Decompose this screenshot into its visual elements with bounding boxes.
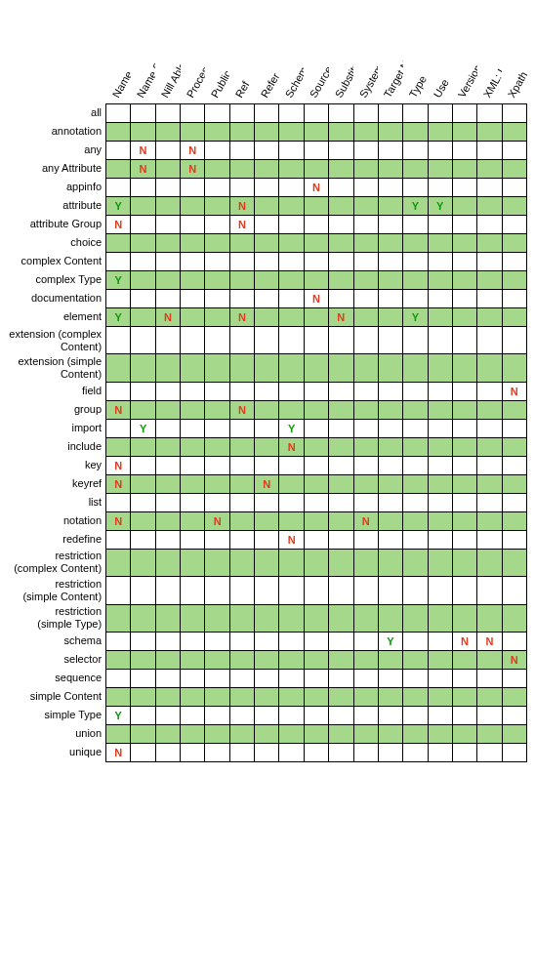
row-label: field [8, 382, 106, 400]
matrix-cell [428, 271, 452, 290]
matrix-cell [378, 437, 402, 456]
matrix-cell [502, 669, 526, 687]
matrix-cell [502, 687, 526, 706]
matrix-cell [452, 493, 476, 511]
matrix-cell [428, 327, 452, 354]
matrix-cell [106, 493, 131, 511]
matrix-cell [378, 400, 402, 419]
matrix-cell: N [131, 142, 155, 160]
matrix-cell [329, 271, 353, 290]
matrix-cell [477, 650, 502, 669]
matrix-cell [428, 104, 452, 123]
matrix-cell [279, 577, 304, 604]
matrix-cell [428, 437, 452, 456]
matrix-cell [378, 687, 402, 706]
matrix-cell [229, 530, 254, 549]
row-label: sequence [8, 669, 106, 687]
matrix-cell [279, 604, 304, 632]
matrix-cell [477, 456, 502, 474]
matrix-cell [329, 669, 353, 687]
matrix-cell [255, 669, 279, 687]
matrix-cell [205, 604, 229, 632]
matrix-cell [155, 327, 180, 354]
matrix-cell [279, 216, 304, 234]
matrix-cell [131, 669, 155, 687]
table-row: redefineN [8, 530, 527, 549]
matrix-cell [155, 632, 180, 650]
matrix-cell [452, 253, 476, 271]
matrix-cell [304, 511, 328, 530]
matrix-cell [205, 687, 229, 706]
matrix-cell: N [106, 743, 131, 761]
matrix-cell [502, 216, 526, 234]
matrix-cell [403, 437, 428, 456]
matrix-cell [378, 327, 402, 354]
matrix-cell [181, 354, 205, 382]
matrix-cell [304, 234, 328, 253]
row-label: keyref [8, 474, 106, 493]
matrix-cell [403, 493, 428, 511]
matrix-cell [403, 687, 428, 706]
matrix-cell [403, 382, 428, 400]
matrix-cell [378, 234, 402, 253]
matrix-cell [205, 456, 229, 474]
matrix-cell [403, 456, 428, 474]
matrix-cell [477, 327, 502, 354]
matrix-cell [255, 650, 279, 669]
matrix-cell [378, 474, 402, 493]
table-row: groupNN [8, 400, 527, 419]
matrix-cell [477, 382, 502, 400]
matrix-cell [181, 308, 205, 327]
matrix-cell [131, 179, 155, 197]
matrix-cell [304, 142, 328, 160]
table-row: selectorN [8, 650, 527, 669]
matrix-cell [304, 327, 328, 354]
matrix-cell [205, 400, 229, 419]
matrix-cell [131, 474, 155, 493]
matrix-cell [378, 549, 402, 576]
matrix-cell [279, 253, 304, 271]
matrix-cell [428, 650, 452, 669]
matrix-cell [452, 604, 476, 632]
matrix-cell [304, 197, 328, 216]
matrix-cell [502, 549, 526, 576]
matrix-cell [155, 650, 180, 669]
matrix-cell [255, 216, 279, 234]
matrix-cell [181, 474, 205, 493]
matrix-cell [378, 669, 402, 687]
matrix-cell [304, 687, 328, 706]
matrix-cell [279, 104, 304, 123]
matrix-cell [329, 511, 353, 530]
matrix-cell [329, 604, 353, 632]
matrix-cell: N [229, 197, 254, 216]
matrix-cell [181, 604, 205, 632]
matrix-cell [131, 549, 155, 576]
matrix-cell [106, 437, 131, 456]
matrix-cell [502, 511, 526, 530]
matrix-cell [502, 419, 526, 437]
matrix-cell: N [304, 179, 328, 197]
matrix-cell [304, 650, 328, 669]
table-row: simple Content [8, 687, 527, 706]
matrix-cell [205, 743, 229, 761]
matrix-cell [205, 650, 229, 669]
matrix-cell [255, 382, 279, 400]
matrix-cell [378, 271, 402, 290]
table-row: sequence [8, 669, 527, 687]
matrix-cell [304, 493, 328, 511]
matrix-cell [279, 549, 304, 576]
matrix-cell [205, 179, 229, 197]
table-row: fieldN [8, 382, 527, 400]
matrix-cell [477, 216, 502, 234]
matrix-cell [229, 474, 254, 493]
matrix-cell [155, 179, 180, 197]
matrix-cell [428, 511, 452, 530]
matrix-cell: N [452, 632, 476, 650]
matrix-cell [452, 743, 476, 761]
matrix-cell [477, 706, 502, 724]
matrix-cell [403, 104, 428, 123]
matrix-cell [205, 632, 229, 650]
matrix-cell [353, 179, 378, 197]
matrix-cell [205, 253, 229, 271]
matrix-cell [106, 650, 131, 669]
